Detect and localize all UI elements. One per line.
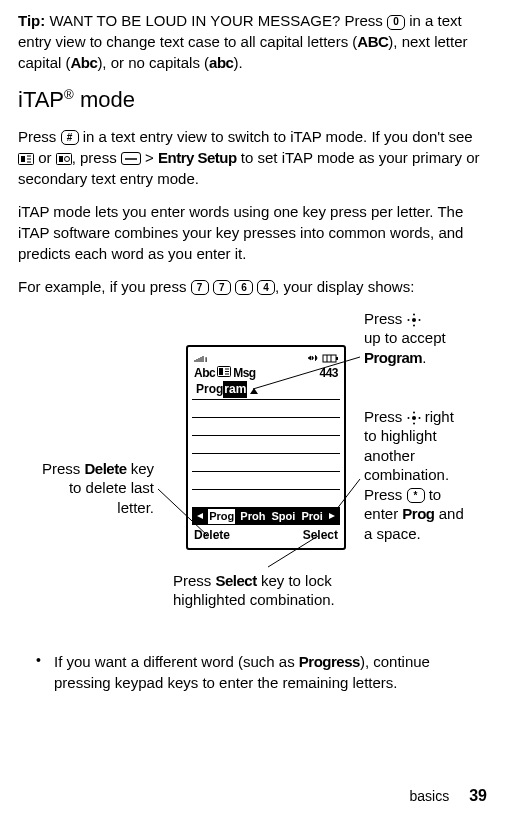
itap-primary-icon: [18, 153, 34, 165]
sound-battery-icon: [308, 353, 338, 363]
key-star: *: [407, 488, 425, 503]
itap-desc-paragraph: iTAP mode lets you enter words using one…: [18, 201, 487, 264]
phone-screen: i Abc Msg 443 Program ProgProhSpoiProi D…: [186, 345, 346, 550]
section-name: basics: [410, 787, 450, 807]
svg-point-26: [413, 422, 415, 424]
itap-heading: iTAP® mode: [18, 85, 487, 116]
right-arrow-icon: [328, 509, 336, 524]
phone-diagram: i Abc Msg 443 Program ProgProhSpoiProi D…: [18, 309, 487, 639]
up-triangle-icon: [249, 379, 259, 400]
svg-rect-15: [219, 368, 223, 375]
svg-point-7: [64, 156, 69, 161]
abc-lower: abc: [209, 54, 233, 71]
softkey-select: Select: [303, 527, 338, 544]
menu-key-icon: [121, 152, 141, 165]
svg-point-27: [407, 417, 409, 419]
svg-rect-11: [336, 357, 338, 360]
softkey-row: Delete Select: [192, 525, 340, 544]
svg-point-23: [418, 319, 420, 321]
nav-key-icon-2: [407, 411, 421, 425]
bullet-dot: •: [36, 651, 54, 693]
svg-point-24: [412, 416, 416, 420]
key-7b: 7: [213, 280, 231, 295]
itap-secondary-icon: [56, 153, 72, 165]
abc-mixed: Abc: [71, 54, 98, 71]
callout-up: Press up to accept Program.: [364, 309, 484, 368]
example-paragraph: For example, if you press 7 7 6 4, your …: [18, 276, 487, 297]
mode-line: Abc Msg 443: [192, 365, 340, 383]
key-4: 4: [257, 280, 275, 295]
softkey-delete: Delete: [194, 527, 230, 544]
callout-select: Press Select key to lock highlighted com…: [173, 571, 373, 610]
svg-rect-10: [323, 355, 336, 362]
svg-point-19: [412, 318, 416, 322]
bullet-item: • If you want a different word (such as …: [36, 651, 487, 693]
combo-bar: ProgProhSpoiProi: [192, 508, 340, 525]
itap-mode-icon: [217, 365, 231, 382]
page-number: 39: [469, 785, 487, 807]
tip-label: Tip:: [18, 12, 45, 29]
text-area: [192, 399, 340, 508]
svg-point-20: [413, 313, 415, 315]
svg-text:i: i: [205, 355, 207, 363]
svg-point-22: [407, 319, 409, 321]
tip-paragraph: Tip: WANT TO BE LOUD IN YOUR MESSAGE? Pr…: [18, 10, 487, 73]
svg-point-25: [413, 411, 415, 413]
callout-delete: Press Delete key to delete last letter.: [36, 459, 154, 518]
word-suggestion: Program: [192, 383, 340, 399]
key-7a: 7: [191, 280, 209, 295]
key-0: 0: [387, 15, 405, 30]
key-hash: #: [61, 130, 79, 145]
char-count: 443: [319, 365, 338, 382]
svg-rect-6: [59, 156, 63, 162]
svg-point-21: [413, 324, 415, 326]
svg-rect-0: [19, 153, 34, 164]
nav-key-icon: [407, 313, 421, 327]
key-6: 6: [235, 280, 253, 295]
svg-rect-1: [21, 156, 25, 162]
status-bar: i: [192, 351, 340, 365]
left-arrow-icon: [196, 509, 204, 524]
callout-right: Press right to highlight another combina…: [364, 407, 489, 544]
page-footer: basics 39: [410, 785, 487, 807]
abc-upper: ABC: [357, 33, 388, 50]
signal-icon: i: [194, 353, 214, 363]
itap-switch-paragraph: Press # in a text entry view to switch t…: [18, 126, 487, 189]
